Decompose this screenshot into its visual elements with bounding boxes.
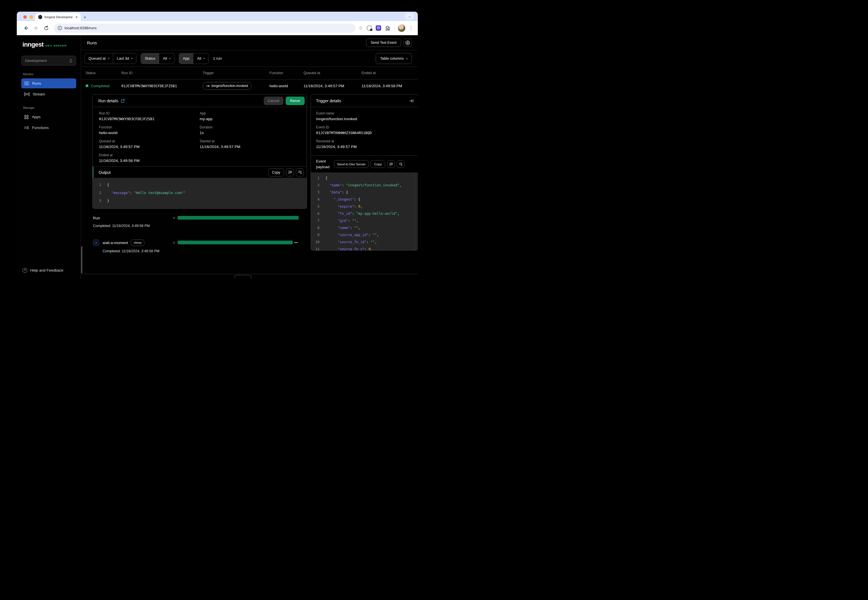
logo-row: inngest DEV SERVER <box>21 41 76 48</box>
scrollbar-thumb[interactable] <box>81 246 82 273</box>
tab-title: Inngest Development Server <box>44 15 73 19</box>
sidebar-item-label: Functions <box>32 126 49 130</box>
table-columns-button[interactable]: Table columns ▾ <box>376 53 412 64</box>
close-window-button[interactable] <box>23 15 27 19</box>
back-button[interactable] <box>23 25 29 31</box>
manage-section-label: Manage <box>23 106 76 109</box>
bookmark-star-icon[interactable]: ☆ <box>359 26 363 30</box>
cancel-button[interactable]: Cancel <box>264 97 283 105</box>
send-to-dev-server-button[interactable]: Send to Dev Server <box>334 160 369 168</box>
tab-search-chevron-icon[interactable]: ⌄ <box>405 13 414 20</box>
payload-wrap-text-button[interactable] <box>387 160 395 168</box>
step-completed-text: Completed: 11/16/2024, 3:49:58 PM <box>103 249 307 253</box>
url-text: localhost:8288/runs <box>65 26 97 30</box>
help-and-feedback[interactable]: ? Help and Feedback <box>21 265 76 275</box>
app-filter-value: All <box>197 56 201 61</box>
column-header-queued-at: Queued at <box>303 71 361 75</box>
scroll-to-bottom-icon <box>399 162 403 166</box>
run-details-header: Run details Cancel Rerun <box>93 95 307 107</box>
page-title: Runs <box>87 40 97 45</box>
site-info-icon[interactable] <box>58 26 62 30</box>
payload-scroll-to-bottom-button[interactable] <box>397 160 404 168</box>
time-range-dropdown[interactable]: Last 3d ▾ <box>113 53 136 64</box>
step-name: wait-a-moment <box>103 241 128 245</box>
environment-select[interactable]: Development <box>21 56 76 66</box>
address-bar[interactable]: localhost:8288/runs <box>54 24 356 33</box>
settings-button[interactable] <box>404 39 412 47</box>
run-details-title: Run details <box>98 98 118 103</box>
main-content: Runs Send Test Event Queued at ▾ <box>81 35 418 279</box>
output-copy-button[interactable]: Copy <box>268 168 284 176</box>
output-code[interactable]: 1{2 "message": "Hello test@example.com!"… <box>93 178 307 209</box>
sidebar: inngest DEV SERVER Development Monitor <box>17 35 81 279</box>
wrap-text-button[interactable] <box>286 168 294 176</box>
extensions-puzzle-icon[interactable] <box>385 25 390 31</box>
minimize-window-button[interactable] <box>30 15 33 19</box>
event-payload-code[interactable]: 1{2 "name": "inngest/function.invoked",3… <box>311 173 418 250</box>
run-details-card: Run details Cancel Rerun <box>93 94 307 209</box>
time-filter: Queued at ▾ Last 3d ▾ <box>84 53 137 64</box>
queued-at-value: 11/16/2024, 3:49:57 PM <box>99 145 200 149</box>
time-field-dropdown[interactable]: Queued at ▾ <box>85 53 113 64</box>
column-header-trigger: Trigger <box>203 71 269 75</box>
browser-menu-icon[interactable]: ⋮ <box>409 26 413 31</box>
timeline-end-tick <box>294 242 298 243</box>
trigger-event-pill[interactable]: «● inngest/function.invoked <box>203 82 252 90</box>
app-filter-dropdown[interactable]: All ▾ <box>193 53 208 64</box>
run-timeline: Run Completed: 11/16/2024, 3:49:58 PM › … <box>93 215 307 253</box>
send-test-event-button[interactable]: Send Test Event <box>366 39 401 47</box>
cut-off-button[interactable] <box>234 275 252 279</box>
row-status: Completed <box>91 84 109 88</box>
row-ended-at: 11/16/2024, 3:49:58 PM <box>361 84 418 88</box>
expand-step-button[interactable]: › <box>93 239 99 246</box>
environment-value: Development <box>25 59 47 63</box>
wrap-text-icon <box>288 170 292 174</box>
column-header-run-id: Run ID <box>121 71 203 75</box>
sidebar-item-runs[interactable]: Runs <box>21 79 76 88</box>
event-icon: «● <box>206 84 209 88</box>
purple-extension-icon[interactable] <box>376 25 381 31</box>
step-duration-bar[interactable] <box>178 241 293 244</box>
runs-icon <box>24 81 29 85</box>
profile-avatar[interactable] <box>398 24 405 32</box>
status-filter-dropdown[interactable]: All ▾ <box>159 53 174 64</box>
toolbar-divider <box>394 26 394 31</box>
table-header: Status Run ID Trigger Function Queued at… <box>81 67 418 79</box>
payload-copy-button[interactable]: Copy <box>370 160 385 168</box>
sidebar-item-stream[interactable]: Stream <box>21 89 76 99</box>
sidebar-item-label: Apps <box>32 115 41 119</box>
external-link-icon[interactable] <box>121 99 125 103</box>
functions-icon <box>24 126 29 130</box>
sidebar-item-label: Stream <box>33 92 45 96</box>
status-dot <box>85 84 88 87</box>
new-tab-button[interactable]: + <box>83 15 86 20</box>
page-header: Runs Send Test Event <box>81 35 418 50</box>
apps-icon <box>24 115 29 119</box>
chevron-down-icon: ▾ <box>203 57 205 60</box>
browser-tab[interactable]: Inngest Development Server ✕ <box>35 13 81 21</box>
field-event-id: Event ID 01JCVBTMTKNHNHZ3SN64R51BQD <box>316 125 413 135</box>
sidebar-item-functions[interactable]: Functions <box>21 123 76 133</box>
forward-button[interactable] <box>33 25 39 31</box>
ended-at-value: 11/16/2024, 3:49:58 PM <box>99 159 200 163</box>
row-function: hello-world <box>269 84 303 88</box>
table-row[interactable]: Completed 01JCVBTMV3WXY9D3CFDEJFZSB1 «● … <box>81 79 418 92</box>
browser-toolbar: localhost:8288/runs ☆ ⋮ <box>17 21 418 35</box>
step-kind-badge: sleep <box>131 239 144 246</box>
time-field-value: Queued at <box>88 56 106 61</box>
inngest-app: inngest DEV SERVER Development Monitor <box>17 35 418 279</box>
trigger-details-fields: Event name inngest/function.invoked Even… <box>311 107 418 155</box>
app-link[interactable]: my-app <box>200 117 301 121</box>
field-event-name: Event name inngest/function.invoked <box>316 111 413 121</box>
rerun-button[interactable]: Rerun <box>286 97 305 105</box>
tab-close-icon[interactable]: ✕ <box>75 15 79 19</box>
password-manager-extension-icon[interactable] <box>367 25 372 31</box>
reload-button[interactable] <box>43 25 49 31</box>
event-id-value: 01JCVBTMTKNHNHZ3SN64R51BQD <box>316 131 413 135</box>
field-run-id: Run ID 01JCVBTMV3WXY9D3CFDEJFZSB1 <box>99 111 200 121</box>
collapse-panel-icon[interactable] <box>409 99 414 103</box>
scroll-to-bottom-button[interactable] <box>296 168 304 176</box>
sidebar-item-apps[interactable]: Apps <box>21 112 76 122</box>
function-link[interactable]: hello-world <box>99 131 200 135</box>
run-duration-bar[interactable] <box>178 216 299 220</box>
